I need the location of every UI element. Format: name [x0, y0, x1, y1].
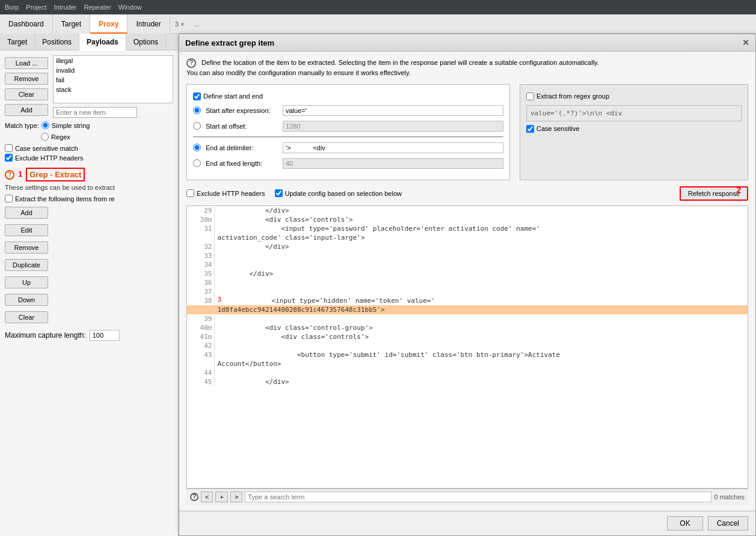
start-offset-label: Start at offset:	[206, 123, 278, 130]
menu-bar: Burp Project Intruder Repeater Window	[0, 0, 756, 14]
update-config-checkbox[interactable]	[275, 189, 283, 197]
menu-project[interactable]: Project	[26, 4, 46, 11]
tab-target[interactable]: Target	[53, 14, 90, 34]
panel-content: Load ... Remove Clear Add illegal invali…	[0, 50, 178, 536]
clear-button-2[interactable]: Clear	[5, 311, 48, 323]
next-btn[interactable]: >	[230, 492, 242, 502]
subtab-options[interactable]: Options	[126, 34, 166, 50]
list-btn-group: Load ... Remove Clear Add	[5, 55, 48, 118]
grep-up-btn[interactable]: Up	[5, 276, 48, 288]
dialog: Define extract grep item ✕ ? Define the …	[179, 34, 756, 536]
plus-btn[interactable]: +	[215, 492, 227, 502]
grep-extract-header: ? 1 Grep - Extract	[5, 168, 173, 181]
dialog-close-button[interactable]: ✕	[742, 38, 749, 47]
exclude-http-dialog-checkbox[interactable]	[186, 189, 194, 197]
right-panel: Define extract grep item ✕ ? Define the …	[179, 34, 756, 536]
line-number: 39	[187, 314, 215, 323]
table-row: 33	[187, 251, 748, 260]
line-number: 36	[187, 278, 215, 287]
load-button[interactable]: Load ...	[5, 57, 48, 69]
start-offset-row: Start at offset:	[193, 121, 503, 132]
table-row: 34	[187, 260, 748, 269]
dialog-body: ? Define the location of the item to be …	[179, 52, 755, 511]
code-content: </div>	[215, 269, 748, 278]
case-sensitive-dialog-checkbox[interactable]	[526, 125, 534, 133]
start-after-input[interactable]	[283, 105, 503, 116]
menu-window[interactable]: Window	[118, 4, 142, 11]
code-content: <button type='submit' id='submit' class=…	[215, 350, 748, 359]
line-number: 29	[187, 206, 215, 215]
search-input[interactable]	[245, 492, 711, 502]
table-row: Account</button>	[187, 359, 748, 368]
extract-checkbox[interactable]	[5, 195, 13, 203]
grep-remove-btn[interactable]: Remove	[5, 242, 48, 254]
end-fixed-radio[interactable]	[193, 159, 201, 167]
code-content: 1d8fa4ebcc94214400288c91c467357648c31bb5…	[215, 305, 748, 314]
code-content: <div class='controls'>	[215, 332, 748, 341]
remove-button[interactable]: Remove	[5, 73, 48, 85]
code-content: 3 <input type='hidden' name='token' valu…	[215, 296, 748, 305]
list-item[interactable]: fail	[54, 75, 173, 85]
code-content	[215, 278, 748, 287]
end-delimiter-radio[interactable]	[193, 144, 201, 151]
ok-button[interactable]: OK	[667, 516, 702, 531]
list-item[interactable]: invalid	[54, 65, 173, 75]
table-row: 43 <button type='submit' id='submit' cla…	[187, 350, 748, 359]
table-row: activation_code' class='input-large'>	[187, 233, 748, 242]
table-row: 45 </div>	[187, 377, 748, 386]
new-item-input[interactable]	[53, 107, 137, 118]
line-number: 42	[187, 341, 215, 350]
tab-intruder[interactable]: Intruder	[128, 14, 170, 34]
exclude-http-checkbox[interactable]	[5, 154, 13, 162]
grep-duplicate-btn[interactable]: Duplicate	[5, 259, 48, 271]
prev-btn[interactable]: <	[201, 492, 213, 502]
grep-edit-btn[interactable]: Edit	[5, 224, 48, 236]
max-capture-row: Maximum capture length:	[5, 330, 173, 341]
add-button[interactable]: Add	[5, 104, 48, 116]
end-delimiter-input[interactable]	[283, 142, 503, 153]
subtab-payloads[interactable]: Payloads	[79, 34, 126, 50]
line-number: 38	[187, 296, 215, 305]
main-container: Target Positions Payloads Options Load .…	[0, 34, 756, 536]
table-row: 30⊟ <div class='controls'>	[187, 215, 748, 224]
tab-dashboard[interactable]: Dashboard	[0, 14, 53, 34]
case-sensitive-checkbox[interactable]	[5, 144, 13, 152]
menu-burp[interactable]: Burp	[5, 4, 19, 11]
code-content	[215, 260, 748, 269]
extract-label: Extract the following items from re	[15, 195, 115, 203]
search-help-icon: ?	[190, 493, 198, 501]
grep-add-btn[interactable]: Add	[5, 207, 48, 219]
menu-intruder[interactable]: Intruder	[54, 4, 77, 11]
code-content: </div>	[215, 377, 748, 386]
end-fixed-input[interactable]	[283, 158, 503, 169]
start-offset-radio[interactable]	[193, 122, 201, 130]
clear-button-1[interactable]: Clear	[5, 88, 48, 100]
cancel-button[interactable]: Cancel	[708, 516, 748, 531]
tab-extra-count[interactable]: 3 ×	[170, 20, 189, 28]
line-number	[187, 359, 215, 368]
line-number: 35	[187, 269, 215, 278]
start-offset-input[interactable]	[283, 121, 503, 132]
grep-down-btn[interactable]: Down	[5, 294, 48, 306]
code-viewer[interactable]: 29 </div>30⊟ <div class='controls'>31 <i…	[186, 206, 748, 489]
end-delimiter-label: End at delimiter:	[206, 144, 278, 151]
extract-regex-checkbox[interactable]	[526, 93, 534, 100]
list-item[interactable]: stack	[54, 85, 173, 94]
simple-string-radio[interactable]	[41, 121, 49, 129]
subtab-positions[interactable]: Positions	[35, 34, 79, 50]
exclude-http-dialog-row: Exclude HTTP headers	[186, 189, 265, 197]
table-row: 36	[187, 278, 748, 287]
max-capture-input[interactable]	[90, 330, 120, 341]
start-after-radio[interactable]	[193, 106, 201, 114]
menu-repeater[interactable]: Repeater	[84, 4, 111, 11]
config-left-box: Define start and end Start after express…	[186, 84, 510, 180]
define-start-end-checkbox[interactable]	[193, 93, 201, 100]
subtab-target[interactable]: Target	[0, 34, 35, 50]
line-number: 45	[187, 377, 215, 386]
case-sensitive-row: Case sensitive match	[5, 144, 173, 152]
list-item[interactable]: illegal	[54, 56, 173, 65]
regex-radio[interactable]	[41, 133, 49, 141]
tab-extra-more[interactable]: ...	[189, 20, 204, 28]
tab-proxy[interactable]: Proxy	[90, 14, 128, 34]
table-row: 383 <input type='hidden' name='token' va…	[187, 296, 748, 305]
